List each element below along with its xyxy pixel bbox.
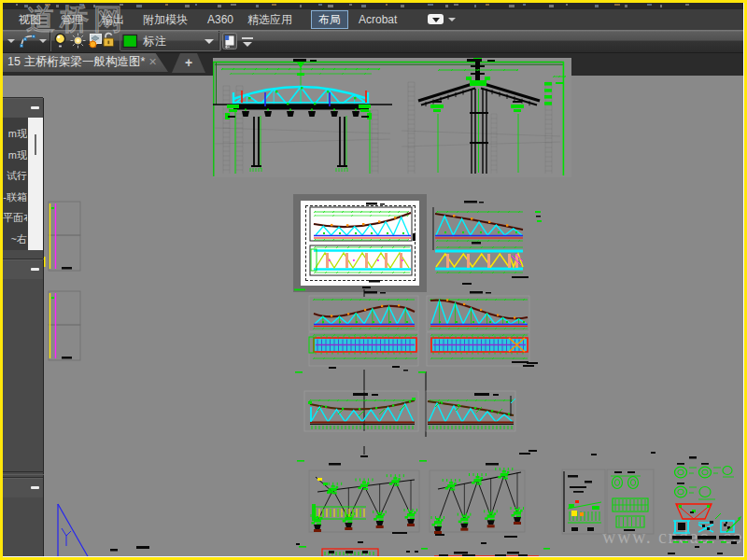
cropped-glyph-fragment [549,5,554,7]
cropped-glyph-fragment [566,4,568,6]
palette-panel-header [3,259,43,279]
cropped-glyph-fragment [454,4,458,6]
cropped-glyph-fragment [595,5,599,7]
cropped-glyph-fragment [256,5,259,7]
palette-list: m现 m现 试行 -联箱 平面布 ~右 [3,118,43,250]
palette-panel-header [3,478,43,497]
cropped-glyph-fragment [318,4,322,6]
list-item[interactable]: m现 [3,123,27,145]
cropped-glyph-fragment [509,5,514,7]
autocad-window: www. cndao. com 视图 管理 输出 附加模块 A360 精选应用 … [0,0,747,560]
cropped-glyph-fragment [195,4,197,6]
ribbon-tab-addons[interactable]: 附加模块 [143,9,188,30]
panel-separator [3,474,44,475]
collapse-minus-icon[interactable] [31,106,39,109]
watermark-url: www. cndao. com [602,526,747,548]
layer-properties-icon[interactable] [223,34,237,49]
cropped-glyph-fragment [614,4,620,6]
cropped-glyph-fragment [386,4,388,6]
cropped-glyph-fragment [647,4,652,6]
combo-caret-icon[interactable] [204,39,214,44]
ribbon-tab-layout[interactable]: 布局 [311,10,348,29]
ribbon-tab-a360[interactable]: A360 [207,9,233,30]
ribbon-minimize-button[interactable] [428,14,444,24]
ribbon-collapse-chevron-icon[interactable] [242,38,253,47]
dropdown-caret-icon[interactable] [7,39,15,43]
cropped-glyph-fragment [660,5,662,7]
collapse-minus-icon[interactable] [31,486,39,489]
panel-separator [3,471,44,472]
cropped-glyph-fragment [625,5,627,7]
cropped-glyph-fragment [136,5,142,7]
cropped-glyph-fragment [328,5,333,7]
scrollbar[interactable] [28,118,43,250]
paper-sheet [293,194,427,292]
paper-margin-dashed [305,205,416,281]
cropped-glyph-fragment [361,5,366,7]
cropped-glyph-fragment [16,4,18,6]
cropped-glyph-fragment [231,4,236,6]
palette-panel-header [3,98,43,118]
close-icon[interactable]: ✕ [148,52,157,72]
layer-name-combo[interactable]: 标注 [143,34,167,49]
cropped-glyph-fragment [428,4,433,6]
paper-white [301,201,419,286]
list-item[interactable]: -联箱 [3,187,27,208]
caret-down-icon [432,18,440,22]
cropped-glyph-fragment [165,4,168,6]
cropped-glyph-fragment [685,4,689,6]
cropped-glyph-fragment [486,4,489,6]
dropdown-caret-icon[interactable] [39,39,47,43]
cropped-glyph-fragment [474,5,476,7]
file-tab-title: 15 主桥桁架梁一般构造图* [7,52,145,72]
ribbon-tab-acrobat[interactable]: Acrobat [359,9,397,30]
drawing-preview-panel [213,58,571,177]
list-item[interactable]: 试行 [3,165,27,187]
side-palette: m现 m现 试行 -联箱 平面布 ~右 [3,98,44,557]
list-item[interactable]: m现 [3,145,27,166]
list-item[interactable]: ~右 [3,229,27,250]
collapse-minus-icon[interactable] [31,268,39,271]
cropped-glyph-fragment [272,4,276,6]
watermark-logo: 道桥网 [26,0,127,39]
scrollbar-thumb[interactable] [35,134,36,155]
palette-list-items: m现 m现 试行 -联箱 平面布 ~右 [3,123,27,249]
ribbon-tab-featured-apps[interactable]: 精选应用 [247,9,292,30]
cropped-glyph-fragment [523,4,526,6]
cropped-glyph-fragment [349,4,352,6]
cropped-glyph-fragment [445,5,448,7]
cropped-glyph-fragment [218,5,221,7]
ribbon-minimize-caret-icon[interactable] [448,18,456,21]
cropped-glyph-fragment [185,5,190,7]
cropped-glyph-fragment [300,5,302,7]
cropped-glyph-fragment [401,5,404,7]
file-tab-active[interactable]: 15 主桥桁架梁一般构造图* ✕ [3,52,168,72]
list-item[interactable]: 平面布 [3,207,27,229]
new-tab-button[interactable]: + [172,53,205,73]
